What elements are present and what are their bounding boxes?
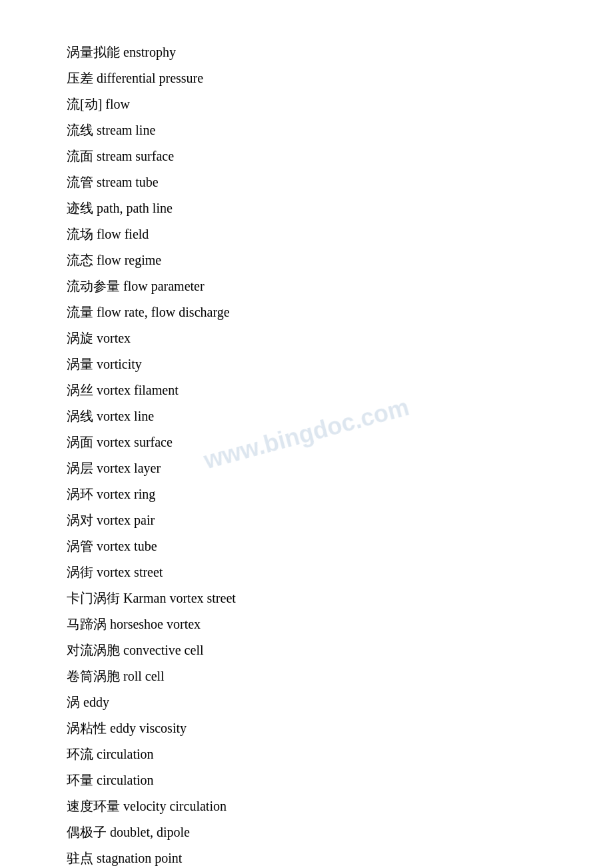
list-item: 涡环 vortex ring	[67, 482, 560, 507]
list-item: 涡 eddy	[67, 690, 560, 715]
term-english: eddy	[83, 695, 109, 709]
term-chinese: 偶极子	[67, 825, 110, 839]
term-english: vortex street	[97, 565, 163, 579]
list-item: 流量 flow rate, flow discharge	[67, 300, 560, 325]
term-english: vortex tube	[97, 539, 157, 553]
list-item: 马蹄涡 horseshoe vortex	[67, 612, 560, 637]
term-chinese: 涡面	[67, 435, 97, 449]
list-item: 流场 flow field	[67, 222, 560, 247]
term-english: Karman vortex street	[123, 591, 236, 605]
term-english: enstrophy	[123, 45, 176, 59]
list-item: 流[动] flow	[67, 92, 560, 117]
list-item: 涡管 vortex tube	[67, 534, 560, 559]
list-item: 流管 stream tube	[67, 170, 560, 195]
list-item: 对流涡胞 convective cell	[67, 638, 560, 663]
term-english: flow rate, flow discharge	[97, 305, 230, 319]
term-chinese: 速度环量	[67, 799, 123, 813]
term-english: vortex line	[97, 409, 154, 423]
term-english: stagnation point	[97, 851, 182, 865]
term-english: vortex layer	[97, 461, 161, 475]
list-item: 涡丝 vortex filament	[67, 378, 560, 403]
term-chinese: 涡粘性	[67, 721, 110, 735]
term-chinese: 环量	[67, 773, 97, 787]
term-chinese: 马蹄涡	[67, 617, 110, 631]
list-item: 卡门涡街 Karman vortex street	[67, 586, 560, 611]
term-english: vortex pair	[97, 513, 155, 527]
list-item: 流线 stream line	[67, 118, 560, 143]
term-chinese: 涡街	[67, 565, 97, 579]
term-chinese: 涡层	[67, 461, 97, 475]
term-english: flow field	[97, 227, 149, 241]
term-chinese: 流面	[67, 149, 97, 163]
term-chinese: 涡环	[67, 487, 97, 501]
term-english: vortex ring	[97, 487, 155, 501]
term-chinese: 对流涡胞	[67, 643, 123, 657]
list-item: 环流 circulation	[67, 742, 560, 767]
list-item: 驻点 stagnation point	[67, 846, 560, 868]
term-english: eddy viscosity	[110, 721, 187, 735]
list-item: 涡量拟能 enstrophy	[67, 40, 560, 65]
term-chinese: 迹线	[67, 201, 97, 215]
term-chinese: 环流	[67, 747, 97, 761]
term-english: vortex	[97, 331, 131, 345]
term-chinese: 流线	[67, 123, 97, 137]
term-chinese: 卷筒涡胞	[67, 669, 123, 683]
list-item: 涡面 vortex surface	[67, 430, 560, 455]
term-chinese: 涡对	[67, 513, 97, 527]
list-item: 涡量 vorticity	[67, 352, 560, 377]
list-item: 速度环量 velocity circulation	[67, 794, 560, 819]
term-chinese: 卡门涡街	[67, 591, 123, 605]
term-chinese: 涡旋	[67, 331, 97, 345]
term-chinese: 流量	[67, 305, 97, 319]
list-item: 流面 stream surface	[67, 144, 560, 169]
list-item: 压差 differential pressure	[67, 66, 560, 91]
term-english: vortex surface	[97, 435, 173, 449]
list-item: 流态 flow regime	[67, 248, 560, 273]
term-chinese: 压差	[67, 71, 97, 85]
term-chinese: 涡	[67, 695, 83, 709]
term-chinese: 涡量拟能	[67, 45, 123, 59]
term-list: 涡量拟能 enstrophy压差 differential pressure流[…	[67, 40, 560, 868]
term-english: differential pressure	[97, 71, 203, 85]
list-item: 涡对 vortex pair	[67, 508, 560, 533]
term-chinese: 流态	[67, 253, 97, 267]
list-item: 涡线 vortex line	[67, 404, 560, 429]
term-english: flow	[105, 97, 130, 111]
term-english: vorticity	[97, 357, 142, 371]
term-chinese: 涡线	[67, 409, 97, 423]
term-chinese: 涡量	[67, 357, 97, 371]
term-english: circulation	[97, 747, 154, 761]
term-chinese: 流动参量	[67, 279, 123, 293]
term-english: roll cell	[123, 669, 165, 683]
list-item: 涡旋 vortex	[67, 326, 560, 351]
term-english: vortex filament	[97, 383, 179, 397]
term-english: flow regime	[97, 253, 161, 267]
term-chinese: 流[动]	[67, 97, 105, 111]
term-english: doublet, dipole	[110, 825, 190, 839]
term-english: stream surface	[97, 149, 174, 163]
list-item: 涡层 vortex layer	[67, 456, 560, 481]
term-chinese: 涡管	[67, 539, 97, 553]
list-item: 涡街 vortex street	[67, 560, 560, 585]
term-english: stream line	[97, 123, 155, 137]
term-english: path, path line	[97, 201, 173, 215]
term-chinese: 流场	[67, 227, 97, 241]
term-english: velocity circulation	[123, 799, 227, 813]
term-english: horseshoe vortex	[110, 617, 201, 631]
list-item: 偶极子 doublet, dipole	[67, 820, 560, 845]
term-chinese: 驻点	[67, 851, 97, 865]
term-chinese: 涡丝	[67, 383, 97, 397]
list-item: 环量 circulation	[67, 768, 560, 793]
list-item: 涡粘性 eddy viscosity	[67, 716, 560, 741]
term-english: circulation	[97, 773, 154, 787]
term-english: convective cell	[123, 643, 204, 657]
term-english: stream tube	[97, 175, 159, 189]
term-chinese: 流管	[67, 175, 97, 189]
list-item: 流动参量 flow parameter	[67, 274, 560, 299]
term-english: flow parameter	[123, 279, 205, 293]
list-item: 迹线 path, path line	[67, 196, 560, 221]
list-item: 卷筒涡胞 roll cell	[67, 664, 560, 689]
